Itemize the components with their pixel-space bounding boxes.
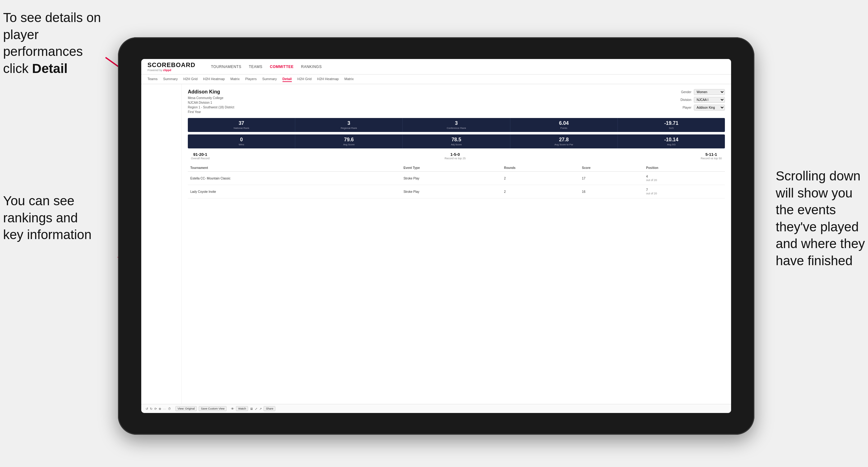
gender-filter-row: Gender Women Men	[681, 89, 725, 95]
record-top25-label: Record vs top 25	[444, 157, 466, 160]
player-select[interactable]: Addison King	[694, 105, 725, 111]
player-division: NJCAA Division 1	[188, 100, 235, 105]
annotation-bottomleft: You can see rankings and key information	[3, 192, 92, 243]
expand-icon[interactable]: ⤢	[255, 407, 257, 410]
nav-bar: SCOREBOARD Powered by clippd TOURNAMENTS…	[141, 59, 731, 74]
stat-avg-score-label: Avg Score	[297, 143, 401, 146]
stat-sos-label: SoS	[619, 127, 724, 129]
logo-scoreboard: SCOREBOARD	[148, 61, 195, 69]
subnav-h2hgrid[interactable]: H2H Grid	[183, 76, 197, 82]
division-label: Division	[681, 98, 691, 101]
records-row: 91-20-1 Overall Record 1-5-0 Record vs t…	[188, 152, 725, 160]
watch-icon: 👁	[231, 407, 234, 410]
subnav-players[interactable]: Players	[245, 76, 257, 82]
subnav-summary[interactable]: Summary	[163, 76, 178, 82]
subnav-h2hheatmap2[interactable]: H2H Heatmap	[317, 76, 339, 82]
refresh-icon[interactable]: ⟳	[154, 407, 157, 410]
logo-area: SCOREBOARD Powered by clippd	[148, 61, 195, 72]
stats-grid-row1: 37 National Rank 3 Regional Rank 3 Confe…	[188, 118, 725, 132]
stat-avg-score-value: 79.6	[297, 137, 401, 143]
stat-avg-sg-value: -10.14	[619, 137, 724, 143]
player-filter-row: Player Addison King	[683, 105, 725, 111]
view-original-button[interactable]: View: Original	[176, 406, 197, 411]
stat-national-rank-value: 37	[189, 121, 294, 126]
record-top50: 5-11-1 Record vs top 50	[701, 152, 722, 160]
player-region: Region 1 - Southwest (18) District	[188, 105, 235, 110]
score-2: 16	[580, 185, 644, 198]
division-select[interactable]: NJCAA I NJCAA II	[694, 97, 725, 103]
stats-grid-row2: 0 Wins 79.6 Avg Score 78.5 Adj Score 27.…	[188, 134, 725, 148]
zoom-icon[interactable]: ⊕	[159, 407, 161, 410]
stat-wins-value: 0	[189, 137, 294, 143]
share-icon: ↗	[259, 407, 262, 410]
tournament-name-1: Estella CC- Mountain Classic	[188, 172, 401, 185]
subnav-summary2[interactable]: Summary	[262, 76, 277, 82]
nav-tournaments[interactable]: TOURNAMENTS	[211, 65, 241, 69]
toolbar-view-group: View: Original Save Custom View	[176, 406, 227, 411]
stat-sos: -19.71 SoS	[618, 118, 725, 132]
stat-adj-score-value: 78.5	[404, 137, 508, 143]
player-label: Player	[683, 106, 691, 109]
stat-avg-sg-label: Avg SG	[619, 143, 724, 146]
stat-points-value: 6.04	[512, 121, 616, 126]
col-score: Score	[580, 164, 644, 172]
stat-wins-label: Wins	[189, 143, 294, 146]
subnav-h2hheatmap[interactable]: H2H Heatmap	[203, 76, 225, 82]
stat-adj-score-label: Adj Score	[404, 143, 508, 146]
player-filters: Gender Women Men Division NJCAA I NJCAA …	[681, 89, 725, 114]
stat-conference-rank-value: 3	[404, 121, 508, 126]
nav-rankings[interactable]: RANKINGS	[301, 65, 322, 69]
redo-icon[interactable]: ↻	[150, 407, 152, 410]
stat-points: 6.04 Points	[510, 118, 618, 132]
annotation-right: Scrolling down will show you the events …	[776, 168, 865, 270]
nav-teams[interactable]: TEAMS	[249, 65, 262, 69]
tournament-name-2: Lady Coyote Invite	[188, 185, 401, 198]
table-row: Lady Coyote Invite Stroke Play 2 16 7 ou…	[188, 185, 725, 198]
subnav-matrix2[interactable]: Matrix	[344, 76, 353, 82]
stat-avg-score-par-value: 27.8	[512, 137, 616, 143]
nav-committee[interactable]: COMMITTEE	[270, 65, 294, 69]
position-suffix-1: out of 20	[646, 179, 657, 182]
stat-regional-rank: 3 Regional Rank	[295, 118, 403, 132]
stat-points-label: Points	[512, 127, 616, 129]
rounds-1: 2	[501, 172, 579, 185]
gender-select[interactable]: Women Men	[694, 89, 725, 95]
record-overall-value: 91-20-1	[191, 152, 210, 157]
sub-nav: Teams Summary H2H Grid H2H Heatmap Matri…	[141, 74, 731, 84]
player-name: Addison King	[188, 89, 235, 95]
undo-icon[interactable]: ↺	[146, 407, 148, 410]
score-1: 17	[580, 172, 644, 185]
monitor-icon[interactable]: 🖥	[250, 407, 253, 410]
event-type-2: Stroke Play	[401, 185, 502, 198]
stat-avg-score-par: 27.8 Avg Score to Par	[510, 134, 618, 148]
position-1: 4 out of 20	[644, 172, 725, 185]
stat-avg-score-par-label: Avg Score to Par	[512, 143, 616, 146]
gender-label: Gender	[681, 90, 691, 94]
record-overall: 91-20-1 Overall Record	[191, 152, 210, 160]
record-top50-value: 5-11-1	[701, 152, 722, 157]
player-header: Addison King Mesa Community College NJCA…	[188, 89, 725, 114]
position-2: 7 out of 20	[644, 185, 725, 198]
subnav-teams[interactable]: Teams	[148, 76, 157, 82]
record-top50-label: Record vs top 50	[701, 157, 722, 160]
event-type-1: Stroke Play	[401, 172, 502, 185]
stat-avg-score: 79.6 Avg Score	[295, 134, 403, 148]
player-info: Addison King Mesa Community College NJCA…	[188, 89, 235, 114]
subnav-matrix[interactable]: Matrix	[230, 76, 240, 82]
record-overall-label: Overall Record	[191, 157, 210, 160]
save-custom-button[interactable]: Save Custom View	[199, 406, 227, 411]
toolbar-actions-group: 👁 Watch 🖥 ⤢ ↗ Share	[231, 406, 275, 411]
subnav-h2hgrid2[interactable]: H2H Grid	[298, 76, 312, 82]
timer-icon[interactable]: ⏱	[168, 407, 171, 410]
stat-adj-score: 78.5 Adj Score	[403, 134, 510, 148]
record-top25-value: 1-5-0	[444, 152, 466, 157]
stat-national-rank: 37 National Rank	[188, 118, 295, 132]
bottom-toolbar: ↺ ↻ ⟳ ⊕ — ⏱ View: Original Save Custom V…	[141, 404, 731, 413]
share-button[interactable]: Share	[264, 406, 275, 411]
logo-brand: clippd	[163, 69, 172, 72]
subnav-detail[interactable]: Detail	[282, 76, 292, 82]
stat-national-rank-label: National Rank	[189, 127, 294, 129]
player-school: Mesa Community College	[188, 96, 235, 100]
table-row: Estella CC- Mountain Classic Stroke Play…	[188, 172, 725, 185]
watch-button[interactable]: Watch	[236, 406, 248, 411]
